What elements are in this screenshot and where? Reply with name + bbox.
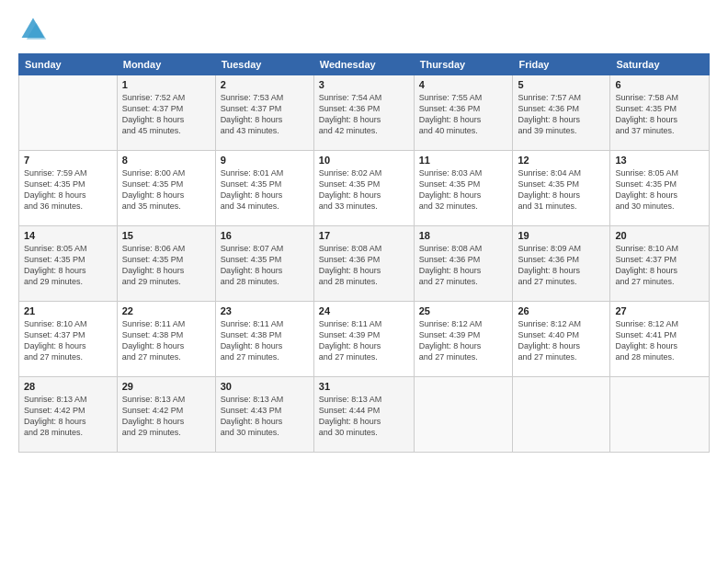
day-number: 5 (518, 79, 605, 90)
calendar-cell: 16Sunrise: 8:07 AMSunset: 4:35 PMDayligh… (215, 226, 313, 302)
calendar-cell: 2Sunrise: 7:53 AMSunset: 4:37 PMDaylight… (215, 75, 313, 151)
calendar-cell: 27Sunrise: 8:12 AMSunset: 4:41 PMDayligh… (610, 302, 710, 377)
day-number: 9 (221, 155, 309, 166)
day-number: 31 (319, 381, 409, 392)
day-number: 16 (221, 230, 309, 241)
calendar-cell: 14Sunrise: 8:05 AMSunset: 4:35 PMDayligh… (19, 226, 118, 302)
day-info: Sunrise: 8:08 AMSunset: 4:36 PMDaylight:… (319, 243, 409, 288)
day-info: Sunrise: 8:10 AMSunset: 4:37 PMDaylight:… (615, 243, 704, 288)
day-info: Sunrise: 8:04 AMSunset: 4:35 PMDaylight:… (518, 167, 605, 213)
calendar-cell (414, 377, 513, 453)
calendar-week-row: 21Sunrise: 8:10 AMSunset: 4:37 PMDayligh… (19, 302, 710, 377)
day-number: 22 (122, 305, 210, 316)
calendar-cell: 29Sunrise: 8:13 AMSunset: 4:42 PMDayligh… (117, 377, 215, 453)
day-info: Sunrise: 8:12 AMSunset: 4:39 PMDaylight:… (419, 318, 508, 363)
day-info: Sunrise: 8:00 AMSunset: 4:35 PMDaylight:… (122, 167, 210, 213)
day-info: Sunrise: 7:52 AMSunset: 4:37 PMDaylight:… (122, 92, 210, 137)
day-number: 20 (615, 230, 704, 241)
calendar-cell: 1Sunrise: 7:52 AMSunset: 4:37 PMDaylight… (117, 75, 215, 151)
calendar-cell: 18Sunrise: 8:08 AMSunset: 4:36 PMDayligh… (414, 226, 513, 302)
day-number: 12 (518, 155, 605, 166)
calendar-cell: 6Sunrise: 7:58 AMSunset: 4:35 PMDaylight… (610, 75, 710, 151)
day-number: 27 (615, 305, 704, 316)
calendar-cell (513, 377, 610, 453)
day-number: 2 (221, 79, 309, 90)
calendar-cell: 17Sunrise: 8:08 AMSunset: 4:36 PMDayligh… (313, 226, 414, 302)
day-info: Sunrise: 7:53 AMSunset: 4:37 PMDaylight:… (221, 92, 309, 137)
page: SundayMondayTuesdayWednesdayThursdayFrid… (0, 0, 728, 563)
weekday-header-thursday: Thursday (414, 54, 513, 75)
day-number: 8 (122, 155, 210, 166)
day-info: Sunrise: 8:05 AMSunset: 4:35 PMDaylight:… (24, 243, 112, 288)
calendar-cell: 31Sunrise: 8:13 AMSunset: 4:44 PMDayligh… (313, 377, 414, 453)
day-number: 10 (319, 155, 409, 166)
logo (18, 15, 53, 44)
calendar-cell: 4Sunrise: 7:55 AMSunset: 4:36 PMDaylight… (414, 75, 513, 151)
day-number: 6 (615, 79, 704, 90)
day-info: Sunrise: 8:13 AMSunset: 4:42 PMDaylight:… (24, 394, 112, 439)
weekday-header-friday: Friday (513, 54, 610, 75)
day-number: 14 (24, 230, 112, 241)
day-info: Sunrise: 8:11 AMSunset: 4:38 PMDaylight:… (122, 318, 210, 363)
weekday-header-tuesday: Tuesday (215, 54, 313, 75)
day-info: Sunrise: 8:11 AMSunset: 4:39 PMDaylight:… (319, 318, 409, 363)
day-number: 4 (419, 79, 508, 90)
day-number: 30 (221, 381, 309, 392)
day-info: Sunrise: 8:13 AMSunset: 4:43 PMDaylight:… (221, 394, 309, 439)
logo-icon (18, 15, 48, 44)
day-info: Sunrise: 8:03 AMSunset: 4:35 PMDaylight:… (419, 167, 508, 213)
day-info: Sunrise: 8:11 AMSunset: 4:38 PMDaylight:… (221, 318, 309, 363)
header (18, 15, 710, 44)
day-number: 28 (24, 381, 112, 392)
day-number: 24 (319, 305, 409, 316)
calendar-cell: 24Sunrise: 8:11 AMSunset: 4:39 PMDayligh… (313, 302, 414, 377)
day-info: Sunrise: 8:02 AMSunset: 4:35 PMDaylight:… (319, 167, 409, 213)
calendar-cell: 19Sunrise: 8:09 AMSunset: 4:36 PMDayligh… (513, 226, 610, 302)
day-info: Sunrise: 7:55 AMSunset: 4:36 PMDaylight:… (419, 92, 508, 137)
day-info: Sunrise: 8:01 AMSunset: 4:35 PMDaylight:… (221, 167, 309, 213)
calendar-cell: 9Sunrise: 8:01 AMSunset: 4:35 PMDaylight… (215, 151, 313, 226)
day-info: Sunrise: 8:12 AMSunset: 4:41 PMDaylight:… (615, 318, 704, 363)
calendar-cell: 23Sunrise: 8:11 AMSunset: 4:38 PMDayligh… (215, 302, 313, 377)
day-info: Sunrise: 8:07 AMSunset: 4:35 PMDaylight:… (221, 243, 309, 288)
day-number: 29 (122, 381, 210, 392)
calendar-cell: 8Sunrise: 8:00 AMSunset: 4:35 PMDaylight… (117, 151, 215, 226)
calendar-cell: 26Sunrise: 8:12 AMSunset: 4:40 PMDayligh… (513, 302, 610, 377)
day-number: 21 (24, 305, 112, 316)
weekday-header-row: SundayMondayTuesdayWednesdayThursdayFrid… (19, 54, 710, 75)
day-number: 3 (319, 79, 409, 90)
calendar-week-row: 14Sunrise: 8:05 AMSunset: 4:35 PMDayligh… (19, 226, 710, 302)
weekday-header-saturday: Saturday (610, 54, 710, 75)
day-info: Sunrise: 7:57 AMSunset: 4:36 PMDaylight:… (518, 92, 605, 137)
weekday-header-sunday: Sunday (19, 54, 118, 75)
calendar-cell: 5Sunrise: 7:57 AMSunset: 4:36 PMDaylight… (513, 75, 610, 151)
day-info: Sunrise: 8:13 AMSunset: 4:44 PMDaylight:… (319, 394, 409, 439)
day-info: Sunrise: 8:10 AMSunset: 4:37 PMDaylight:… (24, 318, 112, 363)
calendar-cell: 22Sunrise: 8:11 AMSunset: 4:38 PMDayligh… (117, 302, 215, 377)
calendar-cell: 11Sunrise: 8:03 AMSunset: 4:35 PMDayligh… (414, 151, 513, 226)
day-number: 23 (221, 305, 309, 316)
day-number: 25 (419, 305, 508, 316)
day-number: 17 (319, 230, 409, 241)
calendar-cell: 10Sunrise: 8:02 AMSunset: 4:35 PMDayligh… (313, 151, 414, 226)
day-number: 15 (122, 230, 210, 241)
day-info: Sunrise: 7:58 AMSunset: 4:35 PMDaylight:… (615, 92, 704, 137)
day-number: 1 (122, 79, 210, 90)
calendar-cell: 15Sunrise: 8:06 AMSunset: 4:35 PMDayligh… (117, 226, 215, 302)
calendar-cell: 30Sunrise: 8:13 AMSunset: 4:43 PMDayligh… (215, 377, 313, 453)
calendar-cell: 28Sunrise: 8:13 AMSunset: 4:42 PMDayligh… (19, 377, 118, 453)
calendar-week-row: 7Sunrise: 7:59 AMSunset: 4:35 PMDaylight… (19, 151, 710, 226)
day-number: 11 (419, 155, 508, 166)
day-number: 13 (615, 155, 704, 166)
calendar-cell: 20Sunrise: 8:10 AMSunset: 4:37 PMDayligh… (610, 226, 710, 302)
weekday-header-monday: Monday (117, 54, 215, 75)
weekday-header-wednesday: Wednesday (313, 54, 414, 75)
day-number: 26 (518, 305, 605, 316)
day-info: Sunrise: 8:05 AMSunset: 4:35 PMDaylight:… (615, 167, 704, 213)
day-number: 7 (24, 155, 112, 166)
day-info: Sunrise: 8:12 AMSunset: 4:40 PMDaylight:… (518, 318, 605, 363)
calendar-cell: 21Sunrise: 8:10 AMSunset: 4:37 PMDayligh… (19, 302, 118, 377)
day-info: Sunrise: 7:59 AMSunset: 4:35 PMDaylight:… (24, 167, 112, 213)
calendar-cell: 25Sunrise: 8:12 AMSunset: 4:39 PMDayligh… (414, 302, 513, 377)
day-number: 18 (419, 230, 508, 241)
